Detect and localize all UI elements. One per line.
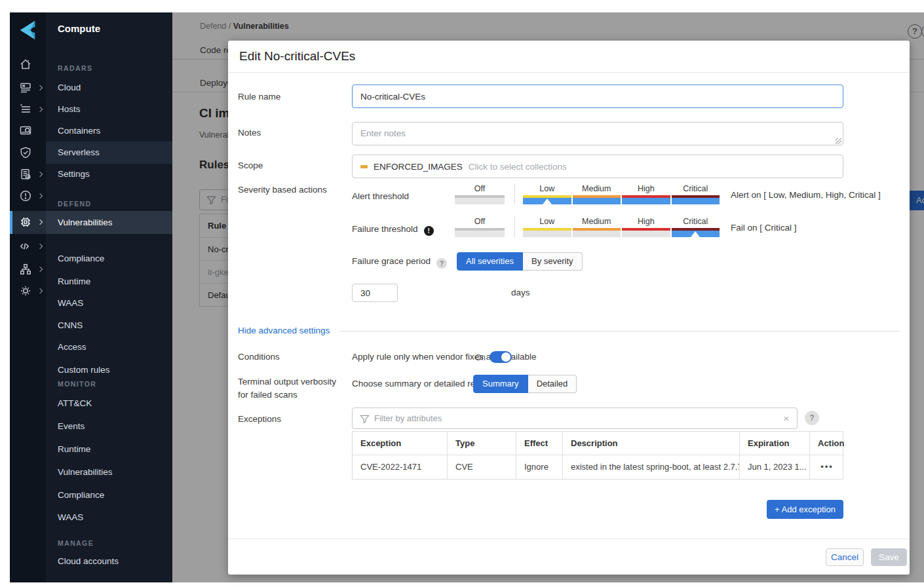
sidebar-item-monitor-compliance[interactable]: Compliance [46,484,172,506]
code-icon[interactable] [10,240,46,254]
expiration-cell: Jun 1, 2023 1... [740,455,810,479]
sidebar-item-compliance[interactable]: Compliance [46,248,172,270]
exceptions-help-icon[interactable]: ? [805,411,819,425]
segment-high[interactable]: High [622,184,670,204]
segment-critical[interactable]: Critical [672,184,720,204]
add-exception-button[interactable]: + Add exception [767,500,843,519]
slider-divider [514,216,515,237]
sidebar-item-monitor-vulnerabilities[interactable]: Vulnerabilities [46,461,172,483]
off-option[interactable]: Off [455,184,505,204]
notes-input[interactable] [352,122,843,145]
cancel-button[interactable]: Cancel [826,548,864,566]
failure-threshold-label: Failure threshold! [352,224,434,236]
chevron-right-icon [37,172,43,177]
verbosity-toggle: Summary Detailed [473,375,577,393]
chevron-right-icon [37,267,43,272]
exception-cell: CVE-2022-1471 [353,455,448,479]
sidebar-item-access[interactable]: Access [46,336,172,358]
sidebar-item-runtime[interactable]: Runtime [46,271,172,293]
console-list-icon[interactable] [10,103,46,117]
toggle-knob [501,352,510,362]
clear-filter-icon[interactable]: × [783,413,789,424]
collection-name: ENFORCED_IMAGES [374,162,463,172]
header-divider [228,72,910,73]
vulnerabilities-chip-icon[interactable] [10,216,46,230]
hide-advanced-settings-link[interactable]: Hide advanced settings [238,326,330,335]
screen: Compute RADARS Cloud Hosts Containers Se… [0,0,924,587]
section-manage: MANAGE [58,537,94,550]
notes-label: Notes [238,128,261,138]
conditions-label: Conditions [238,352,280,362]
segment-medium[interactable]: Medium [573,217,621,237]
info-icon[interactable]: ! [424,226,434,236]
home-icon[interactable] [10,58,46,72]
segment-critical[interactable]: Critical [672,217,720,237]
sidebar-item-cloud[interactable]: Cloud [46,77,172,99]
sidebar-item-containers[interactable]: Containers [46,120,172,142]
sidebar-item-monitor-runtime[interactable]: Runtime [46,438,172,461]
grace-days-input[interactable] [352,284,398,302]
exceptions-label: Exceptions [238,414,281,424]
type-cell: CVE [448,455,516,479]
prisma-compute-logo[interactable] [16,19,39,41]
sidebar-item-monitor-waas[interactable]: WAAS [46,506,172,529]
edit-rule-dialog: Edit No-critical-CVEs Rule name Notes Sc… [228,41,910,575]
network-icon[interactable] [10,263,46,277]
sidebar-item-attck[interactable]: ATT&CK [46,392,172,415]
threshold-caret[interactable] [543,199,552,204]
column-header-effect: Effect [516,432,563,455]
gear-icon[interactable] [10,284,46,299]
alerts-icon[interactable] [10,189,46,204]
save-button[interactable]: Save [871,548,907,566]
segment-low[interactable]: Low [523,184,571,204]
scope-collections-input[interactable]: ENFORCED_IMAGESClick to select collectio… [352,155,843,178]
alert-threshold-label: Alert threshold [352,191,409,201]
severity-actions-label: Severity based actions [238,185,327,195]
by-severity-button[interactable]: By severity [523,252,583,271]
row-actions-menu-icon[interactable]: ••• [810,455,844,479]
detailed-button[interactable]: Detailed [528,375,577,393]
chevron-right-icon [37,85,43,90]
sidebar-item-events[interactable]: Events [46,415,172,438]
description-cell: existed in the latest spring-boot, at le… [563,455,740,479]
footer-divider [228,539,910,539]
chevron-right-icon [37,193,43,199]
rule-name-label: Rule name [238,92,280,102]
failure-annotation: Fail on [ Critical ] [731,223,797,237]
sidebar-item-hosts[interactable]: Hosts [46,98,172,121]
exceptions-filter-input[interactable]: Filter by attributes × [352,407,798,429]
resize-handle-icon[interactable] [836,138,841,144]
severity-segments: Low Medium High Critical [523,217,720,237]
policy-doc-icon[interactable] [10,168,46,182]
section-defend: DEFEND [58,197,92,210]
sidebar-item-vulnerabilities[interactable]: Vulnerabilities [46,211,172,234]
vendor-fix-toggle[interactable] [490,351,512,363]
verbosity-label-line1: Terminal output verbosity [238,377,336,387]
sidebar-item-serverless[interactable]: Serverless [46,142,172,164]
segment-low[interactable]: Low [523,217,571,237]
collection-color-chip [360,165,368,168]
sidebar-item-waas[interactable]: WAAS [46,292,172,314]
rule-name-input[interactable] [352,85,843,108]
question-icon[interactable]: ? [436,258,447,269]
threshold-caret[interactable] [691,231,700,237]
defend-scan-icon[interactable] [10,124,46,139]
radar-icon[interactable] [10,81,46,96]
sidebar-item-cnns[interactable]: CNNS [46,314,172,337]
off-option[interactable]: Off [455,217,505,237]
alert-annotation: Alert on [ Low, Medium, High, Critical ] [731,190,881,204]
sidebar-item-settings[interactable]: Settings [46,163,172,185]
sidebar-item-cloud-accounts[interactable]: Cloud accounts [46,550,172,573]
segment-high[interactable]: High [622,217,670,237]
segment-medium[interactable]: Medium [573,184,621,204]
failure-threshold-slider: Off Low Medium High [455,216,797,237]
column-header-actions: Actions [810,432,844,455]
days-unit-label: days [511,288,530,297]
slider-divider [514,183,515,204]
scope-label: Scope [238,161,263,170]
summary-button[interactable]: Summary [473,375,528,393]
sidebar-icon-rail [10,12,46,582]
shield-check-icon[interactable] [10,146,46,161]
all-severities-button[interactable]: All severities [457,252,523,271]
chevron-right-icon [37,107,43,112]
